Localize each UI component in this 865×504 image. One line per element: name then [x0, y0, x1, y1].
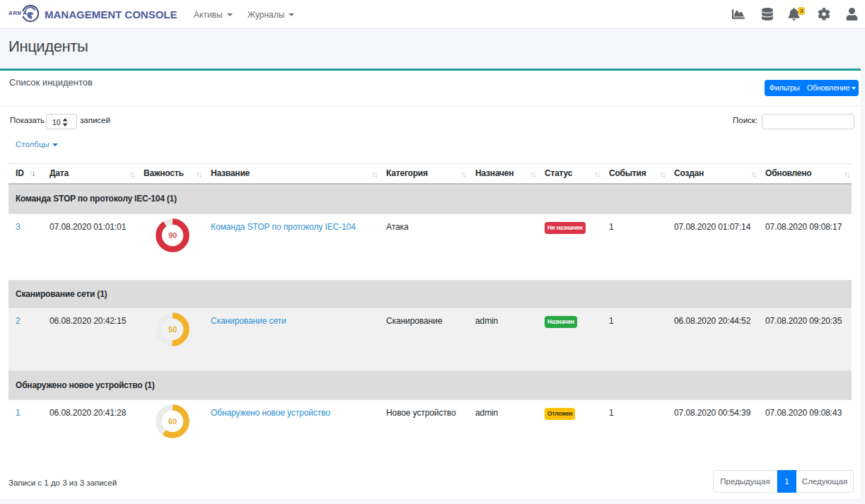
svg-text:90: 90 [168, 231, 177, 240]
svg-text:50: 50 [168, 325, 177, 334]
svg-text:60: 60 [168, 417, 177, 426]
